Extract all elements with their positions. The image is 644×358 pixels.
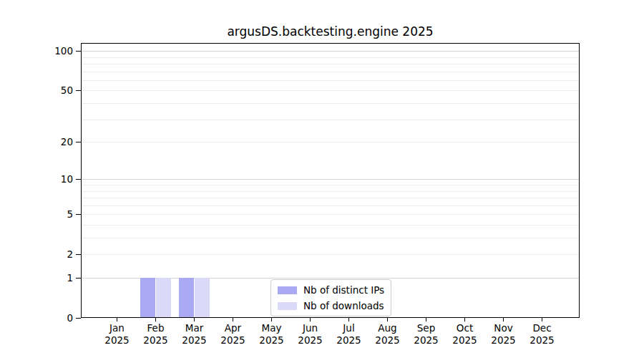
minor-gridline [81,191,580,192]
y-tick-label: 50 [30,84,73,96]
y-tick-mark [76,179,81,180]
y-tick-label: 0 [30,312,73,324]
x-tick-mark [155,318,156,321]
y-tick-mark [76,142,81,142]
minor-gridline [81,64,580,64]
x-tick-mark [233,318,233,321]
minor-gridline [81,142,580,142]
x-tick-mark [464,318,465,321]
y-tick-label: 5 [30,208,73,220]
legend: Nb of distinct IPsNb of downloads [270,279,391,316]
y-tick-label: 1 [30,272,73,284]
x-tick-mark [503,318,504,321]
minor-gridline [81,185,580,185]
x-tick-mark [387,318,388,321]
y-tick-label: 100 [30,45,73,57]
minor-gridline [81,80,580,81]
y-tick-label: 2 [30,248,73,260]
x-tick-label: Dec 2025 [519,322,565,347]
axes-spines [81,43,580,318]
minor-gridline [81,90,580,91]
legend-item: Nb of downloads [278,300,384,311]
y-tick-mark [76,90,81,91]
y-tick-mark [76,51,81,52]
legend-swatch [278,286,297,294]
legend-item: Nb of distinct IPs [278,284,384,296]
x-tick-mark [426,318,426,321]
x-tick-mark [117,318,117,321]
bar-nb-of-distinct-ips [179,278,195,318]
minor-gridline [81,120,580,120]
x-tick-mark [348,318,349,321]
x-tick-mark [310,318,311,321]
legend-label: Nb of downloads [303,300,384,311]
chart-title: argusDS.backtesting.engine 2025 [81,24,580,39]
y-tick-mark [76,318,81,319]
legend-label: Nb of distinct IPs [303,284,384,296]
y-tick-label: 10 [30,173,73,185]
y-tick-mark [76,278,81,279]
minor-gridline [81,254,580,255]
major-gridline [81,179,580,180]
minor-gridline [81,214,580,215]
minor-gridline [81,72,580,72]
x-tick-mark [542,318,542,321]
bar-nb-of-distinct-ips [140,278,156,318]
plot-area: Nb of distinct IPsNb of downloads [81,43,580,318]
chart-figure: argusDS.backtesting.engine 2025 Nb of di… [0,0,644,358]
y-tick-mark [76,254,81,255]
legend-swatch [278,302,297,310]
x-tick-mark [194,318,195,321]
minor-gridline [81,198,580,198]
minor-gridline [81,103,580,104]
bar-nb-of-downloads [195,278,210,318]
major-gridline [81,51,580,52]
x-tick-mark [271,318,272,321]
bar-nb-of-downloads [156,278,172,318]
y-tick-label: 20 [30,136,73,147]
minor-gridline [81,225,580,226]
minor-gridline [81,238,580,238]
minor-gridline [81,57,580,58]
y-tick-mark [76,214,81,215]
minor-gridline [81,205,580,206]
